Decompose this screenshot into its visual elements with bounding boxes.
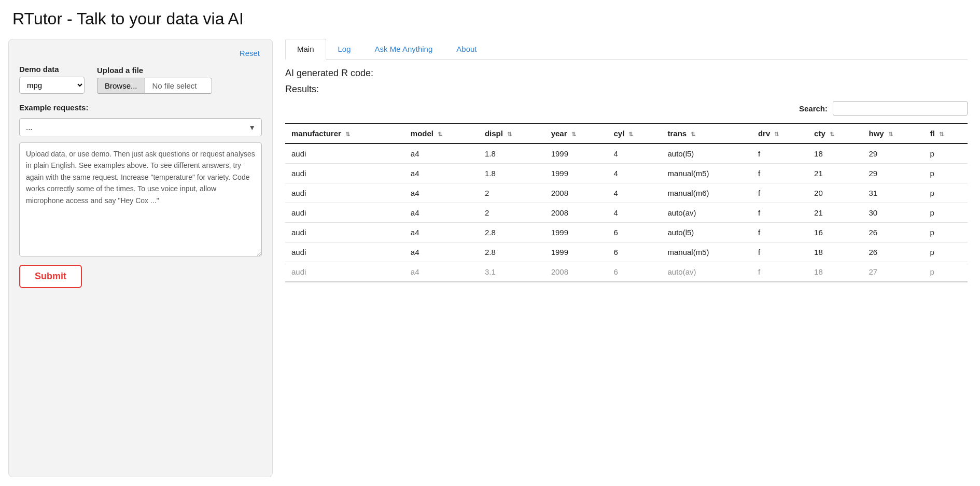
cell-cty: 21 [808,203,862,223]
cell-displ: 2 [479,203,545,223]
cell-fl: p [923,262,968,282]
cell-manufacturer: audi [285,223,404,242]
search-row: Search: [285,101,968,116]
col-cyl[interactable]: cyl ⇅ [607,123,661,144]
cell-hwy: 26 [863,223,924,242]
sort-icon-displ: ⇅ [507,131,512,138]
cell-fl: p [923,223,968,242]
cell-manufacturer: audi [285,164,404,183]
cell-displ: 1.8 [479,164,545,183]
right-panel: Main Log Ask Me Anything About AI genera… [273,34,980,482]
cell-drv: f [752,223,808,242]
cell-model: a4 [404,262,479,282]
cell-year: 2008 [545,183,608,203]
table-row: audia42.819996manual(m5)f1826p [285,242,968,262]
cell-cty: 18 [808,242,862,262]
col-hwy[interactable]: hwy ⇅ [863,123,924,144]
cell-year: 2008 [545,262,608,282]
cell-hwy: 26 [863,242,924,262]
sort-icon-year: ⇅ [571,131,576,138]
table-row: audia41.819994auto(l5)f1829p [285,144,968,164]
cell-hwy: 30 [863,203,924,223]
tab-ask-me-anything[interactable]: Ask Me Anything [363,39,445,59]
cell-cty: 21 [808,164,862,183]
table-row: audia42.819996auto(l5)f1626p [285,223,968,242]
cell-year: 2008 [545,203,608,223]
col-trans[interactable]: trans ⇅ [661,123,751,144]
cell-trans: manual(m5) [661,164,751,183]
tab-log[interactable]: Log [326,39,363,59]
left-panel: Reset Demo data mpg mtcars iris diamonds… [8,39,273,477]
cell-model: a4 [404,164,479,183]
results-table-container[interactable]: Search: manufacturer ⇅ model ⇅ displ ⇅ y… [285,101,968,477]
cell-model: a4 [404,144,479,164]
col-model[interactable]: model ⇅ [404,123,479,144]
cell-drv: f [752,203,808,223]
cell-year: 1999 [545,242,608,262]
col-cty[interactable]: cty ⇅ [808,123,862,144]
cell-drv: f [752,164,808,183]
cell-trans: auto(l5) [661,223,751,242]
cell-manufacturer: audi [285,242,404,262]
reset-button[interactable]: Reset [237,48,262,59]
cell-cyl: 6 [607,262,661,282]
sort-icon-cty: ⇅ [830,131,834,138]
col-displ[interactable]: displ ⇅ [479,123,545,144]
cell-manufacturer: audi [285,262,404,282]
col-manufacturer[interactable]: manufacturer ⇅ [285,123,404,144]
cell-drv: f [752,183,808,203]
browse-button[interactable]: Browse... [97,78,145,94]
demo-data-group: Demo data mpg mtcars iris diamonds [19,65,85,94]
cell-fl: p [923,144,968,164]
col-fl[interactable]: fl ⇅ [923,123,968,144]
cell-displ: 1.8 [479,144,545,164]
cell-fl: p [923,203,968,223]
file-name-display: No file select [145,78,212,94]
cell-cyl: 4 [607,144,661,164]
cell-trans: manual(m6) [661,183,751,203]
data-table: manufacturer ⇅ model ⇅ displ ⇅ year ⇅ cy… [285,123,968,282]
tabs-row: Main Log Ask Me Anything About [285,39,968,60]
tab-main[interactable]: Main [285,39,326,60]
cell-fl: p [923,164,968,183]
cell-model: a4 [404,223,479,242]
tab-about[interactable]: About [444,39,488,59]
cell-trans: manual(m5) [661,242,751,262]
example-requests-select[interactable]: ... [19,118,262,136]
sort-icon-fl: ⇅ [939,131,944,138]
cell-cyl: 4 [607,203,661,223]
app-title: RTutor - Talk to your data via AI [0,0,980,34]
sort-icon-hwy: ⇅ [888,131,893,138]
sort-icon-manufacturer: ⇅ [345,131,350,138]
cell-trans: auto(l5) [661,144,751,164]
table-row: audia41.819994manual(m5)f2129p [285,164,968,183]
cell-manufacturer: audi [285,203,404,223]
upload-group: Upload a file Browse... No file select [97,66,212,94]
cell-model: a4 [404,242,479,262]
cell-model: a4 [404,183,479,203]
submit-button[interactable]: Submit [19,265,82,288]
search-input[interactable] [833,101,968,116]
cell-displ: 2.8 [479,223,545,242]
sort-icon-model: ⇅ [438,131,442,138]
cell-cyl: 6 [607,242,661,262]
table-row: audia4220084auto(av)f2130p [285,203,968,223]
table-body: audia41.819994auto(l5)f1829paudia41.8199… [285,144,968,282]
request-textarea[interactable]: Upload data, or use demo. Then just ask … [19,142,262,256]
col-year[interactable]: year ⇅ [545,123,608,144]
cell-drv: f [752,262,808,282]
demo-data-select[interactable]: mpg mtcars iris diamonds [19,77,85,94]
cell-manufacturer: audi [285,183,404,203]
cell-displ: 2 [479,183,545,203]
col-drv[interactable]: drv ⇅ [752,123,808,144]
cell-hwy: 29 [863,164,924,183]
cell-model: a4 [404,203,479,223]
cell-year: 1999 [545,223,608,242]
example-requests-label: Example requests: [19,103,262,112]
demo-data-label: Demo data [19,65,85,74]
cell-hwy: 27 [863,262,924,282]
search-label: Search: [799,104,828,113]
cell-hwy: 29 [863,144,924,164]
table-row: audia43.120086auto(av)f1827p [285,262,968,282]
cell-drv: f [752,242,808,262]
